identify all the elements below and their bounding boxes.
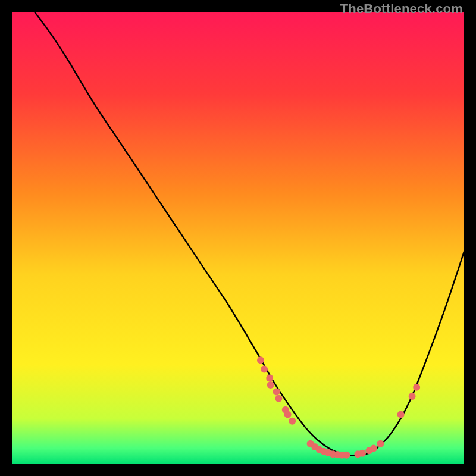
chart-svg (12, 12, 464, 464)
data-point (397, 411, 405, 418)
plot-area (12, 12, 464, 464)
data-point (273, 388, 280, 395)
data-point (266, 375, 273, 382)
data-point (261, 365, 268, 372)
data-point (257, 356, 264, 364)
chart-stage: { "watermark": "TheBottleneck.com", "cha… (0, 0, 476, 476)
watermark-text: TheBottleneck.com (340, 1, 463, 17)
data-point (284, 411, 292, 418)
data-point (359, 450, 366, 457)
data-point (343, 452, 350, 459)
data-point (409, 393, 416, 400)
data-point (370, 444, 377, 452)
data-point (413, 384, 420, 391)
data-point (377, 440, 384, 447)
data-point (289, 418, 296, 425)
data-point (267, 381, 274, 389)
data-point (275, 395, 282, 402)
